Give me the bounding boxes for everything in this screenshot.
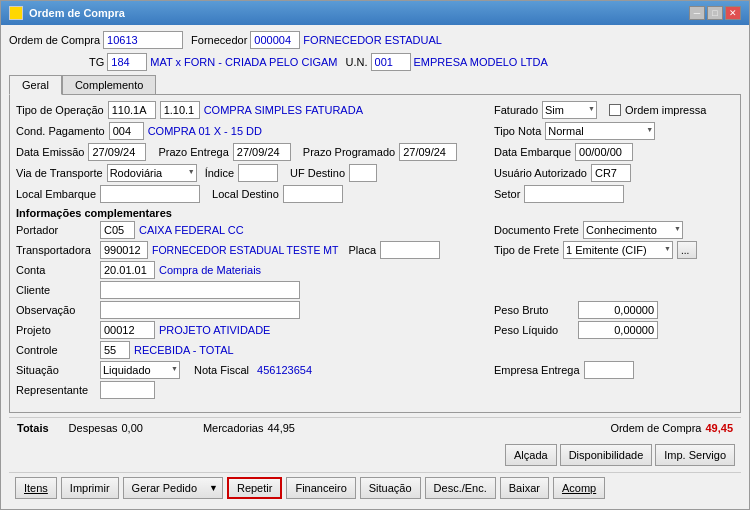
info-grid: Portador CAIXA FEDERAL CC Transportadora…: [16, 221, 734, 399]
form-grid: Tipo de Operação COMPRA SIMPLES FATURADA…: [16, 101, 734, 203]
tg-input[interactable]: [107, 53, 147, 71]
main-content: Ordem de Compra Fornecedor FORNECEDOR ES…: [1, 25, 749, 509]
portador-label: Portador: [16, 224, 96, 236]
representante-input[interactable]: [100, 381, 155, 399]
local-destino-input[interactable]: [283, 185, 343, 203]
alcada-button[interactable]: Alçada: [505, 444, 557, 466]
un-label: U.N.: [346, 56, 368, 68]
data-emissao-row: Data Emissão Prazo Entrega Prazo Program…: [16, 143, 486, 161]
minimize-button[interactable]: ─: [689, 6, 705, 20]
placa-label: Placa: [349, 244, 377, 256]
situacao-select[interactable]: Liquidado: [100, 361, 180, 379]
ordem-compra-total-group: Ordem de Compra 49,45: [610, 422, 733, 434]
controle-code[interactable]: [100, 341, 130, 359]
imp-servigo-button[interactable]: Imp. Servigo: [655, 444, 735, 466]
tipo-op-code2[interactable]: [160, 101, 200, 119]
observacao-row: Observação: [16, 301, 486, 319]
tipo-nota-select[interactable]: Normal: [545, 122, 655, 140]
data-embarque-row: Data Embarque: [494, 143, 734, 161]
un-input[interactable]: [371, 53, 411, 71]
itens-button[interactable]: Itens: [15, 477, 57, 499]
tipo-frete-select[interactable]: 1 Emitente (CIF): [563, 241, 673, 259]
tipo-op-code1[interactable]: [108, 101, 156, 119]
peso-liquido-input[interactable]: [578, 321, 658, 339]
baixar-button[interactable]: Baixar: [500, 477, 549, 499]
via-transporte-select[interactable]: Rodoviária: [107, 164, 197, 182]
portador-desc: CAIXA FEDERAL CC: [139, 224, 244, 236]
uf-destino-input[interactable]: [349, 164, 377, 182]
gerar-pedido-button[interactable]: Gerar Pedido: [123, 477, 205, 499]
mercadorias-value: 44,95: [267, 422, 295, 434]
data-embarque-input[interactable]: [575, 143, 633, 161]
info-comp-header: Informações complementares: [16, 207, 734, 219]
indice-input[interactable]: [238, 164, 278, 182]
close-button[interactable]: ✕: [725, 6, 741, 20]
placa-input[interactable]: [380, 241, 440, 259]
tipo-nota-row: Tipo Nota Normal: [494, 122, 734, 140]
situacao-label: Situação: [16, 364, 96, 376]
disponibilidade-button[interactable]: Disponibilidade: [560, 444, 653, 466]
imprimir-button[interactable]: Imprimir: [61, 477, 119, 499]
gerar-pedido-arrow[interactable]: ▼: [205, 477, 223, 499]
conta-code[interactable]: [100, 261, 155, 279]
peso-liquido-row: Peso Líquido: [494, 321, 734, 339]
itens-label: Itens: [24, 482, 48, 494]
situacao-wrapper[interactable]: Liquidado: [100, 361, 180, 379]
info-right: Documento Frete Conhecimento Tipo de Fre…: [494, 221, 734, 399]
transportadora-label: Transportadora: [16, 244, 96, 256]
prazo-entrega-input[interactable]: [233, 143, 291, 161]
transp-code[interactable]: [100, 241, 148, 259]
prazo-programado-input[interactable]: [399, 143, 457, 161]
tipo-frete-row: Tipo de Frete 1 Emitente (CIF) ...: [494, 241, 734, 259]
peso-bruto-row: Peso Bruto: [494, 301, 734, 319]
maximize-button[interactable]: □: [707, 6, 723, 20]
projeto-row: Projeto PROJETO ATIVIDADE: [16, 321, 486, 339]
despesas-group: Despesas 0,00: [69, 422, 143, 434]
setor-input[interactable]: [524, 185, 624, 203]
faturado-select[interactable]: Sim: [542, 101, 597, 119]
empresa-entrega-input[interactable]: [584, 361, 634, 379]
financeiro-button[interactable]: Financeiro: [286, 477, 355, 499]
situacao-button[interactable]: Situação: [360, 477, 421, 499]
top-button-bar: Alçada Disponibilidade Imp. Servigo: [9, 442, 741, 468]
tipo-nota-wrapper[interactable]: Normal: [545, 122, 655, 140]
form-left: Tipo de Operação COMPRA SIMPLES FATURADA…: [16, 101, 486, 203]
ordem-impressa-checkbox[interactable]: [609, 104, 621, 116]
via-transporte-wrapper[interactable]: Rodoviária: [107, 164, 197, 182]
mercadorias-group: Mercadorias 44,95: [203, 422, 295, 434]
repetir-button[interactable]: Repetir: [227, 477, 282, 499]
main-window: Ordem de Compra ─ □ ✕ Ordem de Compra Fo…: [0, 0, 750, 510]
portador-code[interactable]: [100, 221, 135, 239]
conta-label: Conta: [16, 264, 96, 276]
ordem-compra-input[interactable]: [103, 31, 183, 49]
acomp-button[interactable]: Acomp: [553, 477, 605, 499]
fornecedor-code-input[interactable]: [250, 31, 300, 49]
peso-bruto-input[interactable]: [578, 301, 658, 319]
doc-frete-wrapper[interactable]: Conhecimento: [583, 221, 683, 239]
setor-label: Setor: [494, 188, 520, 200]
transportadora-row: Transportadora FORNECEDOR ESTADUAL TESTE…: [16, 241, 486, 259]
ordem-compra-total-label: Ordem de Compra: [610, 422, 701, 434]
window-title: Ordem de Compra: [29, 7, 125, 19]
cliente-input[interactable]: [100, 281, 300, 299]
data-embarque-label: Data Embarque: [494, 146, 571, 158]
tab-complemento[interactable]: Complemento: [62, 75, 156, 94]
tipo-frete-wrapper[interactable]: 1 Emitente (CIF): [563, 241, 673, 259]
doc-frete-select[interactable]: Conhecimento: [583, 221, 683, 239]
tab-geral[interactable]: Geral: [9, 75, 62, 95]
setor-row: Setor: [494, 185, 734, 203]
usuario-input[interactable]: [591, 164, 631, 182]
tipo-frete-btn[interactable]: ...: [677, 241, 697, 259]
local-embarque-input[interactable]: [100, 185, 200, 203]
observacao-input[interactable]: [100, 301, 300, 319]
data-emissao-input[interactable]: [88, 143, 146, 161]
desc-enc-button[interactable]: Desc./Enc.: [425, 477, 496, 499]
cond-pag-code[interactable]: [109, 122, 144, 140]
indice-label: Índice: [205, 167, 234, 179]
totals-bar: Totais Despesas 0,00 Mercadorias 44,95 O…: [9, 417, 741, 438]
prazo-programado-label: Prazo Programado: [303, 146, 395, 158]
projeto-code[interactable]: [100, 321, 155, 339]
nota-fiscal-value: 456123654: [257, 364, 312, 376]
faturado-wrapper[interactable]: Sim: [542, 101, 597, 119]
doc-frete-row: Documento Frete Conhecimento: [494, 221, 734, 239]
